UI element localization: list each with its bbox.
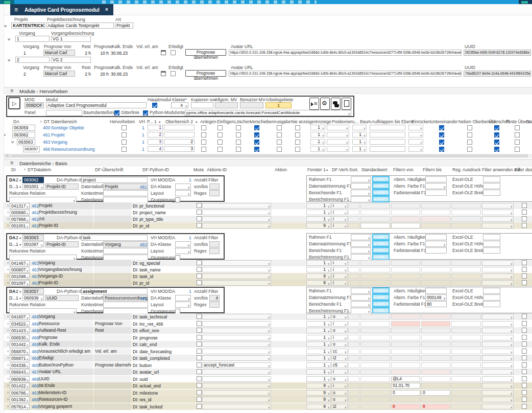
- filter-anwenden-select[interactable]: [482, 328, 514, 333]
- filtern-bis-cell[interactable]: [421, 260, 450, 266]
- muss-checkbox[interactable]: [197, 383, 202, 388]
- standardwert-cell[interactable]: [360, 376, 390, 382]
- reg-ausdruck-cell[interactable]: [451, 314, 481, 319]
- rahmen-select[interactable]: [351, 176, 371, 182]
- standardwert-cell[interactable]: [360, 273, 390, 279]
- chevron-right-icon[interactable]: ›: [7, 342, 9, 347]
- btrenn-select[interactable]: [351, 196, 371, 202]
- ausgabe-checkbox[interactable]: [277, 132, 282, 137]
- haeufigkeit-field[interactable]: [425, 176, 447, 182]
- oberbereich-cell[interactable]: [164, 125, 195, 130]
- sort-cell[interactable]: [348, 349, 359, 354]
- anlegen-checkbox[interactable]: [201, 125, 206, 130]
- filter-deak-checkbox[interactable]: [522, 397, 527, 402]
- loeschen-checkbox[interactable]: [236, 140, 241, 145]
- filter-anwenden-select[interactable]: [482, 210, 514, 215]
- feste-ueberschrift-checkbox[interactable]: [515, 132, 520, 137]
- filter-deak-checkbox[interactable]: [522, 280, 527, 285]
- von-bis-field[interactable]: [209, 241, 220, 247]
- muss-checkbox[interactable]: [197, 341, 202, 347]
- uuid-field[interactable]: 0f23f5be-fd95-004f-8178-132474e8386e: [464, 50, 531, 56]
- filtern-von-cell[interactable]: [391, 362, 420, 368]
- ah-oberbereich[interactable]: Oberbereich 2: [165, 119, 193, 124]
- anzeige-select[interactable]: 1: [310, 146, 325, 152]
- reg-ausdruck-cell[interactable]: [451, 216, 481, 222]
- muss-checkbox[interactable]: [197, 404, 202, 409]
- df-verh-select[interactable]: i: [331, 267, 348, 272]
- excel-ole-field[interactable]: [483, 176, 500, 182]
- standardwert-cell[interactable]: [360, 267, 390, 272]
- aktions-id-select[interactable]: [202, 355, 271, 361]
- aktions-id-select[interactable]: [202, 210, 271, 215]
- anlegen-checkbox[interactable]: [201, 147, 206, 152]
- haeufigkeit-field[interactable]: [425, 288, 447, 294]
- scroll-left-icon[interactable]: ‹: [4, 154, 11, 158]
- da-klasse-select[interactable]: [175, 241, 191, 247]
- datenbereich-link[interactable]: Projekt: [51, 132, 64, 137]
- filter-anwenden-select[interactable]: [482, 280, 514, 286]
- reg-ausdruck-cell[interactable]: [451, 210, 481, 215]
- aktions-id-select[interactable]: [202, 260, 271, 266]
- hervorheben-checkbox[interactable]: [122, 125, 127, 130]
- di-id-select[interactable]: 056870: [10, 349, 30, 355]
- di-id-select[interactable]: 041467: [10, 260, 30, 266]
- aktions-id-select[interactable]: [202, 390, 271, 396]
- fenster-select[interactable]: 1: [306, 341, 331, 347]
- fenster-select[interactable]: 1: [306, 267, 331, 272]
- muss-checkbox[interactable]: [197, 397, 202, 402]
- calendar-icon[interactable]: [161, 71, 166, 76]
- art-field[interactable]: Projekt: [115, 22, 133, 29]
- filtern-von-cell[interactable]: [391, 216, 420, 222]
- standardwert-cell[interactable]: [360, 223, 390, 228]
- haeufigkeit-field[interactable]: [425, 234, 447, 240]
- filtern-bis-cell[interactable]: [421, 383, 450, 388]
- filter-deak-checkbox[interactable]: [522, 335, 527, 340]
- excel-hoehe-field[interactable]: [483, 241, 500, 247]
- bende-farbe-field[interactable]: AABBCC: [372, 189, 390, 196]
- filter-deak-checkbox[interactable]: [522, 349, 527, 354]
- muss-checkbox[interactable]: [197, 362, 202, 368]
- standardwert-cell[interactable]: [360, 335, 390, 340]
- aktions-id-select[interactable]: [202, 383, 271, 388]
- filter-deak-checkbox[interactable]: [522, 260, 527, 265]
- chevron-right-icon[interactable]: ›: [7, 404, 9, 409]
- filtern-von-cell[interactable]: [391, 260, 420, 266]
- filtern-bis-cell[interactable]: [421, 369, 450, 375]
- da-python-id-field[interactable]: assignment: [81, 288, 148, 294]
- filter-anwenden-select[interactable]: [482, 349, 514, 354]
- satz-select[interactable]: [351, 241, 371, 247]
- hervorheben-checkbox[interactable]: [122, 132, 127, 137]
- satz-select[interactable]: [351, 294, 371, 301]
- da-id-field[interactable]: 063063: [22, 235, 44, 241]
- reg-ausdruck-cell[interactable]: [451, 362, 481, 368]
- df-verh-select[interactable]: i: [331, 223, 348, 228]
- reg-ausdruck-cell[interactable]: [451, 273, 481, 279]
- muss-checkbox[interactable]: [197, 335, 202, 340]
- ueberschrift-checkbox[interactable]: [494, 140, 499, 145]
- reg-ausdruck-cell[interactable]: [451, 349, 481, 354]
- nie-anzeigen-checkbox[interactable]: [295, 140, 300, 145]
- da-field[interactable]: 063063: [17, 139, 35, 145]
- sort-cell[interactable]: [348, 314, 359, 319]
- datenbereich-link[interactable]: Ressourcenzuordnung: [51, 147, 95, 152]
- untereinander-checkbox[interactable]: [439, 132, 444, 137]
- excel-breite-field[interactable]: [483, 301, 500, 307]
- positionierung-select[interactable]: [327, 139, 349, 145]
- layout-select[interactable]: [175, 190, 191, 196]
- filtern-bis-cell[interactable]: 0: [421, 390, 450, 396]
- da-field[interactable]: 063059: [12, 125, 35, 131]
- aktions-id-select[interactable]: [202, 328, 271, 333]
- bende-select[interactable]: [351, 247, 371, 254]
- von-bis-field[interactable]: [209, 183, 220, 190]
- di-id-select[interactable]: 006786: [10, 390, 30, 396]
- bh-fenster[interactable]: Fenster 1: [307, 167, 326, 172]
- layout-select[interactable]: [175, 248, 191, 254]
- bende-select[interactable]: [351, 190, 371, 196]
- di-name-field[interactable]: Projekt-ID: [45, 183, 79, 190]
- filtern-bis-cell[interactable]: [421, 321, 450, 327]
- standardwert-cell[interactable]: [360, 210, 390, 215]
- standardwert-cell[interactable]: [360, 349, 390, 354]
- excel-hoehe-field[interactable]: [483, 294, 500, 301]
- untereinander-checkbox[interactable]: [439, 147, 444, 152]
- positionierung-select[interactable]: [327, 125, 349, 130]
